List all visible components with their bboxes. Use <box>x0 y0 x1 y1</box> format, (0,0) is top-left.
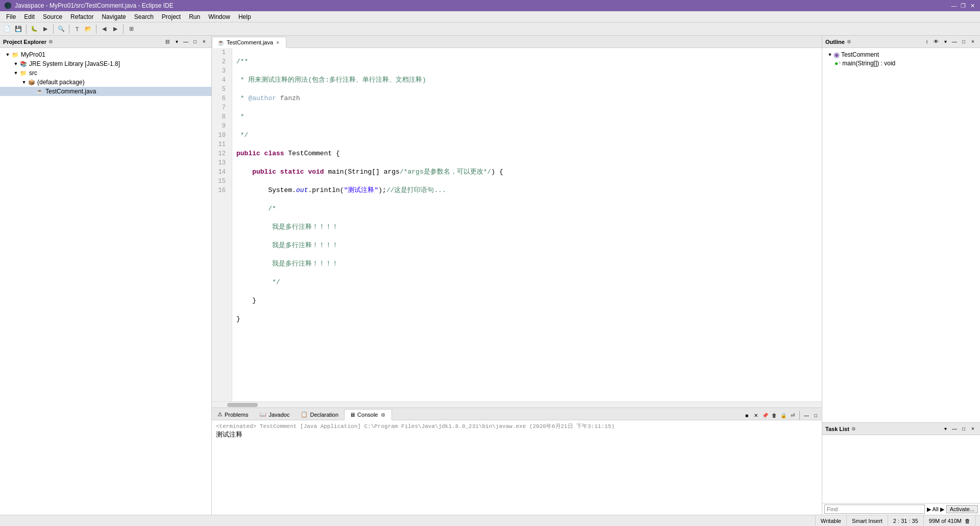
outline-panel: Outline ⊗ ↕ 👁 ▾ — □ × ▼ ◉ TestComment <box>822 36 980 423</box>
console-max-btn[interactable]: □ <box>812 411 820 419</box>
outline-main-label: main(String[]) : void <box>842 60 895 67</box>
outline-item-main[interactable]: ● ⁵ main(String[]) : void <box>824 59 978 67</box>
task-list-min-btn[interactable]: — <box>950 425 959 433</box>
project-explorer-min-btn[interactable]: — <box>182 38 190 46</box>
task-list-activate-btn[interactable]: Activate... <box>946 505 978 513</box>
tab-javadoc[interactable]: 📖 Javadoc <box>254 409 295 420</box>
task-list-find-input[interactable] <box>824 505 925 514</box>
project-tree: ▼ 📁 MyPro01 ▼ 📚 JRE System Library [Java… <box>0 48 211 515</box>
menu-run[interactable]: Run <box>185 12 204 21</box>
editor-area: ☕ TestComment.java × 1 2 3 4 5 6 7 8 9 1 <box>212 36 822 408</box>
window-controls[interactable]: — ❐ ✕ <box>950 2 976 9</box>
menu-window[interactable]: Window <box>204 12 234 21</box>
outline-close-btn[interactable]: × <box>969 38 977 46</box>
task-list-area <box>822 435 980 503</box>
tab-console-close[interactable]: ⊗ <box>380 412 386 418</box>
project-explorer-close-btn[interactable]: × <box>200 38 208 46</box>
toolbar-new-button[interactable]: 📄 <box>2 24 12 34</box>
menu-navigate[interactable]: Navigate <box>97 12 130 21</box>
toolbar-save-button[interactable]: 💾 <box>13 24 23 34</box>
project-explorer-tab-indicator: ⊗ <box>48 39 53 44</box>
tree-arrow: ▼ <box>20 80 28 85</box>
line-numbers: 1 2 3 4 5 6 7 8 9 10 11 12 13 14 15 16 <box>212 48 232 401</box>
toolbar-debug-button[interactable]: 🐛 <box>29 24 39 34</box>
toolbar-open-resource-button[interactable]: 📂 <box>83 24 93 34</box>
menu-search[interactable]: Search <box>130 12 158 21</box>
outline-max-btn[interactable]: □ <box>960 38 968 46</box>
console-remove-btn[interactable]: ✕ <box>752 411 760 419</box>
tab-console[interactable]: 🖥 Console ⊗ <box>344 409 392 420</box>
menu-help[interactable]: Help <box>234 12 255 21</box>
minimize-button[interactable]: — <box>950 2 958 9</box>
package-icon: 📦 <box>28 78 36 86</box>
outline-min-btn[interactable]: — <box>950 38 959 46</box>
tree-arrow: ▼ <box>12 61 19 66</box>
toolbar-sep-5 <box>123 25 124 34</box>
code-editor[interactable]: 1 2 3 4 5 6 7 8 9 10 11 12 13 14 15 16 <box>212 48 822 401</box>
tab-problems[interactable]: ⚠ Problems <box>212 409 254 420</box>
tree-item-mypro01[interactable]: ▼ 📁 MyPro01 <box>0 50 211 59</box>
console-clear-btn[interactable]: 🗑 <box>770 411 778 419</box>
task-list-max-btn[interactable]: □ <box>960 425 968 433</box>
tab-declaration[interactable]: 📋 Declaration <box>295 409 344 420</box>
editor-tab-testcomment[interactable]: ☕ TestComment.java × <box>212 37 286 48</box>
status-segment-empty <box>4 515 816 526</box>
editor-hscroll[interactable] <box>212 401 822 408</box>
tab-close-button[interactable]: × <box>275 39 280 45</box>
menu-edit[interactable]: Edit <box>20 12 39 21</box>
tree-arrow: ▼ <box>4 52 11 57</box>
toolbar-back-button[interactable]: ◀ <box>99 24 109 34</box>
hscroll-thumb[interactable] <box>227 403 258 407</box>
menu-source[interactable]: Source <box>39 12 66 21</box>
menu-project[interactable]: Project <box>158 12 185 21</box>
project-explorer-menu-btn[interactable]: ▾ <box>173 38 181 46</box>
console-word-wrap-btn[interactable]: ⏎ <box>789 411 797 419</box>
console-scroll-lock-btn[interactable]: 🔒 <box>779 411 788 419</box>
outline-sort-btn[interactable]: ↕ <box>923 38 931 46</box>
project-explorer-max-btn[interactable]: □ <box>191 38 199 46</box>
line-num-13: 13 <box>216 158 228 168</box>
tree-item-default-package[interactable]: ▼ 📦 (default package) <box>0 78 211 87</box>
task-list-close-btn[interactable]: × <box>969 425 977 433</box>
task-list-controls: ▾ — □ × <box>941 425 977 433</box>
project-explorer-controls: ⊟ ▾ — □ × <box>163 38 208 46</box>
tab-label: TestComment.java <box>227 39 273 45</box>
outline-hide-btn[interactable]: 👁 <box>932 38 940 46</box>
task-list-all-label[interactable]: ▶ All ▶ <box>927 506 944 513</box>
tree-label-src: src <box>29 69 37 77</box>
title-bar: 🌑 Javaspace - MyPro01/src/TestComment.ja… <box>0 0 980 11</box>
tree-item-jre[interactable]: ▼ 📚 JRE System Library [JavaSE-1.8] <box>0 59 211 68</box>
console-pin-btn[interactable]: 📌 <box>761 411 769 419</box>
toolbar-search-button[interactable]: 🔍 <box>56 24 66 34</box>
menu-refactor[interactable]: Refactor <box>66 12 97 21</box>
toolbar-perspective-button[interactable]: ⊞ <box>126 24 136 34</box>
maximize-button[interactable]: ❐ <box>960 2 967 9</box>
tree-item-src[interactable]: ▼ 📁 src <box>0 68 211 78</box>
library-icon: 📚 <box>19 60 28 68</box>
tree-arrow: ▼ <box>12 70 19 76</box>
close-button[interactable]: ✕ <box>969 2 976 9</box>
line-num-7: 7 <box>216 103 228 112</box>
toolbar-run-button[interactable]: ▶ <box>40 24 51 34</box>
line-num-5: 5 <box>216 85 228 94</box>
outline-item-class[interactable]: ▼ ◉ TestComment <box>824 50 978 59</box>
status-position-text: 2 : 31 : 35 <box>893 518 918 524</box>
project-explorer-collapse-btn[interactable]: ⊟ <box>163 38 172 46</box>
code-content[interactable]: /** * 用来测试注释的用法(包含:多行注释、单行注释、文档注释) * @au… <box>232 48 822 401</box>
outline-tree: ▼ ◉ TestComment ● ⁵ main(String[]) : voi… <box>822 48 980 422</box>
task-list-panel: Task List ⊗ ▾ — □ × ▶ All ▶ Activate... <box>822 423 980 515</box>
editor-tab-bar: ☕ TestComment.java × <box>212 36 822 48</box>
code-line-11: 我是多行注释！！！！ <box>236 241 818 250</box>
console-stop-btn[interactable]: ■ <box>743 411 751 419</box>
toolbar-open-type-button[interactable]: T <box>72 24 82 34</box>
outline-menu-btn[interactable]: ▾ <box>941 38 949 46</box>
gc-icon[interactable]: 🗑 <box>965 518 970 524</box>
code-line-8: System.out.println("测试注释");//这是打印语句... <box>236 186 818 195</box>
tree-item-testcomment[interactable]: ☕ TestComment.java <box>0 87 211 96</box>
task-list-menu-btn[interactable]: ▾ <box>941 425 949 433</box>
menu-file[interactable]: File <box>2 12 20 21</box>
toolbar-forward-button[interactable]: ▶ <box>110 24 120 34</box>
line-num-8: 8 <box>216 112 228 122</box>
bottom-panel: ⚠ Problems 📖 Javadoc 📋 Declaration 🖥 Con… <box>212 408 822 515</box>
console-min-btn[interactable]: — <box>802 411 811 419</box>
